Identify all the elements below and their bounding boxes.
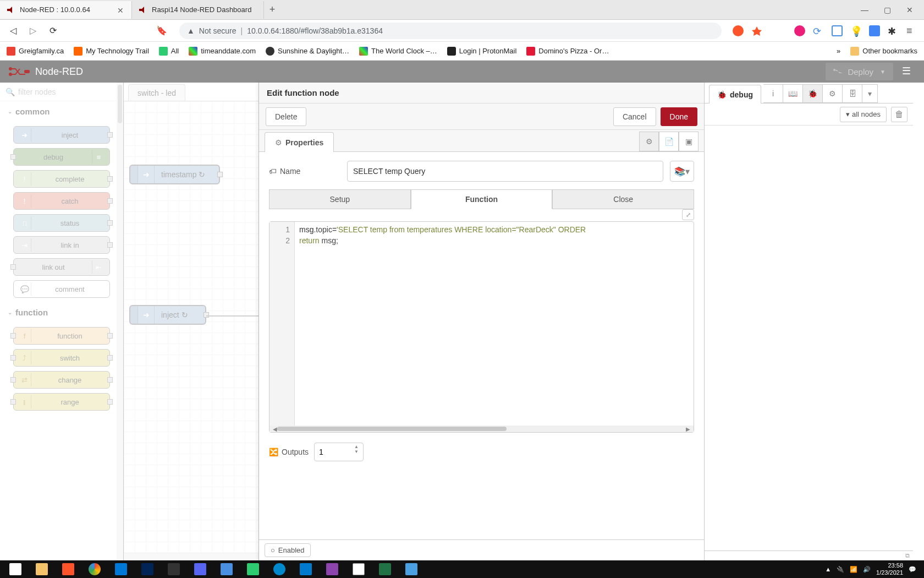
code-content[interactable]: msg.topic='SELECT temp from temperatures… [295,222,694,426]
workspace: switch - led ➜timestamp ↻ ➜inject ↻ [124,83,258,560]
sidebar-context-icon[interactable]: 🗄 [843,84,862,103]
browser-tab-2[interactable]: Raspi14 Node-RED Dashboard [132,1,264,19]
taskbar-brave[interactable] [55,560,81,578]
code-scrollbar[interactable]: ◀▶ [270,426,694,432]
hamburger-icon[interactable]: ☰ [902,65,915,78]
taskbar-clock[interactable]: 23:58 1/23/2021 [876,562,903,576]
bookmark-item[interactable]: Domino's Pizza - Or… [526,47,609,56]
new-tab-button[interactable]: + [264,4,280,15]
brave-shield-icon[interactable] [733,25,744,36]
notifications-icon[interactable]: 💬 [909,566,916,573]
url-bar[interactable]: ▲ Not secure | 10.0.0.64:1880/#flow/38ab… [179,23,722,39]
func-tab-function[interactable]: Function [411,189,553,209]
filter-icon: ▾ [846,110,850,118]
taskbar-app2[interactable] [240,560,266,578]
spinner-up[interactable]: ▲ [354,444,362,449]
security-label: Not secure [199,26,237,35]
bookmark-item[interactable]: All [159,47,179,56]
node-description-icon[interactable]: 📄 [659,132,679,151]
svg-point-0 [9,67,12,70]
taskbar-app4[interactable] [345,560,372,578]
debug-messages [705,126,913,550]
bookmark-icon[interactable]: 🔖 [155,24,168,37]
taskbar-app1[interactable] [213,560,240,578]
browser-menu-icon[interactable]: ≡ [906,25,917,36]
expand-editor-icon[interactable]: ⤢ [682,209,694,220]
delete-button[interactable]: Delete [266,107,306,126]
forward-button: ▷ [26,24,40,37]
bookmark-overflow[interactable]: » [837,47,840,55]
tray-body: 🏷Name 📚▾ Setup Function Close ⤢ 1 2 [259,152,704,539]
taskbar-powershell[interactable] [134,560,161,578]
tray-tabs: ⚙ Properties ⚙ 📄 ▣ [259,130,704,152]
done-button[interactable]: Done [661,107,697,126]
bookmark-item[interactable]: The World Clock –… [359,47,437,56]
bookmark-item[interactable]: My Technology Trail [74,47,149,56]
taskbar-telegram[interactable] [266,560,293,578]
sidebar-config-icon[interactable]: ⚙ [823,84,843,103]
bookmark-item[interactable]: Login | ProtonMail [447,47,517,56]
debug-clear-button[interactable]: 🗑 [891,107,908,122]
func-tab-setup[interactable]: Setup [269,189,411,209]
back-button[interactable]: ◁ [7,24,20,37]
other-bookmarks[interactable]: Other bookmarks [850,47,917,56]
sidebar-tabs: 🐞 debug i 📖 🐞 ⚙ 🗄 ▾ [705,83,913,103]
close-icon[interactable]: ✕ [117,6,125,14]
sidebar-debug-icon[interactable]: 🐞 [803,84,823,103]
spinner-down[interactable]: ▼ [354,449,362,454]
tab-favicon [7,6,15,14]
properties-tab[interactable]: ⚙ Properties [265,132,334,152]
bookmark-item[interactable]: timeanddate.com [189,47,256,56]
svg-point-3 [833,69,835,71]
extensions-icon[interactable]: ✱ [888,25,899,36]
window-maximize[interactable]: ▢ [884,6,891,14]
start-button[interactable] [2,560,29,578]
reload-button[interactable]: ⟳ [46,24,59,37]
taskbar-explorer[interactable] [29,560,55,578]
ext-icon-3[interactable] [832,25,843,36]
deploy-button[interactable]: Deploy ▼ [826,63,893,80]
debug-filter-button[interactable]: ▾ all nodes [840,107,887,122]
popout-icon[interactable]: ⧉ [905,552,910,559]
debug-tab[interactable]: 🐞 debug [709,85,761,103]
enabled-toggle[interactable]: ○Enabled [265,543,311,557]
security-warning-icon: ▲ [187,26,195,35]
node-settings-icon[interactable]: ⚙ [639,132,659,151]
taskbar-photos[interactable] [398,560,425,578]
taskbar-vscode[interactable] [293,560,319,578]
code-editor[interactable]: 1 2 msg.topic='SELECT temp from temperat… [269,221,694,433]
taskbar-discord[interactable] [187,560,213,578]
taskbar-terminal[interactable] [161,560,187,578]
sidebar-footer: ⧉ [705,550,913,560]
brave-rewards-icon[interactable] [751,25,762,36]
sidebar-help-icon[interactable]: 📖 [783,84,803,103]
browser-tab-strip: Node-RED : 10.0.0.64 ✕ Raspi14 Node-RED … [0,0,924,20]
bookmark-item[interactable]: Sunshine & Daylight… [266,47,349,56]
name-label: 🏷Name [269,167,340,176]
outputs-spinner[interactable]: 1 ▲▼ [314,443,364,461]
ext-icon-1[interactable] [794,25,805,36]
library-button[interactable]: 📚▾ [670,161,694,182]
gear-icon: ⚙ [275,138,282,147]
bookmark-item[interactable]: Greigfamily.ca [7,47,64,56]
svg-point-1 [9,73,12,76]
cancel-button[interactable]: Cancel [613,107,656,126]
window-close[interactable]: ✕ [906,6,913,14]
ext-icon-2[interactable]: ⟳ [813,25,824,36]
name-input[interactable] [347,161,663,182]
window-minimize[interactable]: — [861,6,868,14]
taskbar-edge[interactable] [108,560,134,578]
node-appearance-icon[interactable]: ▣ [679,132,698,151]
browser-tab-1[interactable]: Node-RED : 10.0.0.64 ✕ [0,1,132,19]
taskbar-chrome[interactable] [81,560,108,578]
func-tab-close[interactable]: Close [552,189,694,209]
ext-icon-5[interactable] [869,25,880,36]
taskbar-app3[interactable] [319,560,345,578]
system-tray[interactable]: ▲🔌📶🔊 23:58 1/23/2021 💬 [825,562,922,576]
extension-icons: ⟳ 💡 ✱ ≡ [733,25,917,36]
ext-icon-4[interactable]: 💡 [850,25,861,36]
sidebar-info-icon[interactable]: i [763,84,783,103]
code-gutter: 1 2 [270,222,295,426]
sidebar-dropdown-icon[interactable]: ▾ [862,84,878,103]
taskbar-excel[interactable] [372,560,398,578]
